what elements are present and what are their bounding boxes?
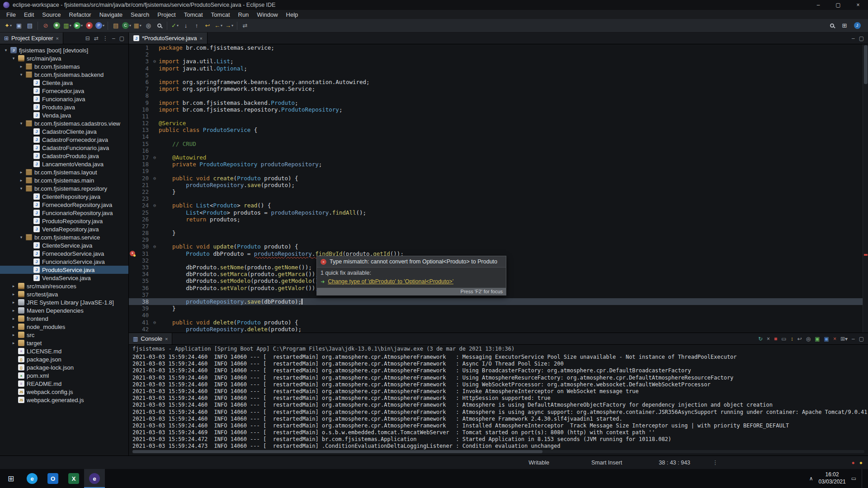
tree-item-br-com-fjsistemas-cadastros-view[interactable]: ▾br.com.fjsistemas.cadastros.view (0, 119, 128, 127)
new-wizard-button[interactable]: ✦▾ (3, 20, 14, 31)
menu-source[interactable]: Source (38, 11, 65, 19)
code-line-38[interactable]: 38 produtoRepository.save(dbProduto); (129, 298, 868, 305)
code-line-9[interactable]: 9import br.com.fjsistemas.backend.Produt… (129, 99, 868, 106)
tree-item-br-com-fjsistemas-backend[interactable]: ▾br.com.fjsistemas.backend (0, 70, 128, 79)
maximize-panel-icon[interactable]: ▢ (119, 35, 124, 42)
notification-icon[interactable]: ● (852, 460, 855, 466)
expander-icon[interactable]: ▾ (19, 72, 24, 77)
show-stdout-icon[interactable]: ▣ (815, 336, 820, 342)
tree-item-fornecedor-java[interactable]: JFornecedor.java (0, 87, 128, 95)
stop-button[interactable]: ■ (84, 20, 94, 31)
expander-icon[interactable]: ▾ (4, 48, 8, 52)
console-hscrollbar[interactable] (132, 450, 864, 453)
expander-icon[interactable]: ▾ (19, 186, 24, 191)
code-line-18[interactable]: 18 private ProdutoRepository produtoRepo… (129, 161, 868, 168)
code-line-23[interactable]: 23 (129, 195, 868, 202)
code-line-13[interactable]: 13public class ProdutoService { (129, 127, 868, 133)
tree-item-src-test-java[interactable]: ▸src/test/java (0, 290, 128, 298)
error-marker-icon[interactable]: × (130, 251, 135, 256)
code-line-22[interactable]: 22 } (129, 188, 868, 195)
minimize-editor-icon[interactable]: – (852, 35, 855, 42)
tab-project-explorer[interactable]: ⊞ Project Explorer × (0, 33, 63, 44)
taskbar-clock[interactable]: 16:02 03/03/2021 (819, 471, 846, 485)
tree-item-package-json[interactable]: {}package.json (0, 355, 128, 363)
tree-item-webpack-config-js[interactable]: JSwebpack.config.js (0, 388, 128, 396)
next-annotation-button[interactable]: ↓ (180, 20, 191, 31)
tree-item-src-main-java[interactable]: ▾src/main/java (0, 54, 128, 62)
console-hscrollbar-thumb[interactable] (132, 450, 542, 453)
new-java-project-button[interactable]: ▤ (110, 20, 121, 31)
debug-button[interactable]: ✱ (51, 20, 62, 31)
expander-icon[interactable]: ▸ (19, 178, 24, 183)
close-button[interactable]: × (848, 0, 868, 10)
tree-item-cadastrofornecedor-java[interactable]: JCadastroFornecedor.java (0, 136, 128, 144)
quick-fix-row[interactable]: ➜ Change type of 'dbProduto' to 'Optiona… (317, 277, 506, 288)
line-number[interactable]: 21 (136, 182, 151, 188)
expander-icon[interactable]: ▸ (19, 170, 24, 174)
tree-item-br-com-fjsistemas-layout[interactable]: ▸br.com.fjsistemas.layout (0, 168, 128, 176)
expander-icon[interactable]: ▸ (11, 300, 16, 305)
code-line-41[interactable]: 41⊖ public void delete(Produto produto) … (129, 319, 868, 326)
remove-launch-icon[interactable]: × (767, 336, 770, 342)
code-line-11[interactable]: 11 (129, 113, 868, 120)
show-stderr-icon[interactable]: ▣ (824, 336, 829, 342)
taskbar-app-edge[interactable]: e (22, 469, 42, 488)
scrollbar-thumb[interactable] (864, 45, 868, 84)
tree-item-produtoservice-java[interactable]: JProdutoService.java (0, 266, 128, 274)
close-editor-tab-icon[interactable]: × (199, 36, 202, 41)
close-console-icon[interactable]: × (833, 336, 836, 342)
link-with-editor-icon[interactable]: ⇄ (94, 35, 99, 42)
ruler-error-mark[interactable] (864, 254, 868, 256)
code-line-7[interactable]: 7import org.springframework.stereotype.S… (129, 85, 868, 92)
tree-item-fornecedorrepository-java[interactable]: JFornecedorRepository.java (0, 201, 128, 209)
code-line-6[interactable]: 6import org.springframework.beans.factor… (129, 79, 868, 85)
coverage-button[interactable]: ▥▾ (62, 20, 73, 31)
new-package-button[interactable]: ▦▾ (132, 20, 143, 31)
tree-item-frontend[interactable]: ▸frontend (0, 314, 128, 323)
tree-item-fornecedorservice-java[interactable]: JFornecedorService.java (0, 249, 128, 258)
line-number[interactable]: 16 (136, 147, 151, 154)
tree-item-funcionarioservice-java[interactable]: JFuncionarioService.java (0, 258, 128, 266)
search-button[interactable] (154, 20, 165, 31)
expander-icon[interactable]: ▸ (11, 284, 16, 288)
line-number[interactable]: 24 (136, 202, 151, 209)
line-number[interactable]: 25 (136, 209, 151, 216)
menu-tomcat[interactable]: Tomcat (180, 11, 207, 19)
line-number[interactable]: 42 (136, 326, 151, 333)
line-number[interactable]: 31 (136, 250, 151, 257)
expander-icon[interactable]: ▸ (11, 324, 16, 329)
line-number[interactable]: 15 (136, 141, 151, 147)
line-number[interactable]: 14 (136, 133, 151, 140)
code-line-5[interactable]: 5 (129, 72, 868, 79)
line-number[interactable]: 36 (136, 285, 151, 291)
tree-item-cliente-java[interactable]: JCliente.java (0, 79, 128, 87)
line-number[interactable]: 41 (136, 319, 151, 326)
code-line-28[interactable]: 28 } (129, 230, 868, 236)
tree-item-vendarepository-java[interactable]: JVendaRepository.java (0, 225, 128, 233)
pin-console-icon[interactable]: ◎ (806, 336, 811, 342)
line-number[interactable]: 33 (136, 264, 151, 271)
menu-project[interactable]: Project (153, 11, 179, 19)
expander-icon[interactable]: ▾ (19, 121, 24, 126)
line-number[interactable]: 39 (136, 305, 151, 312)
taskbar-app-excel[interactable]: X (63, 469, 84, 488)
tips-icon[interactable]: ● (859, 460, 863, 466)
tree-item-package-lock-json[interactable]: {}package-lock.json (0, 363, 128, 371)
expander-icon[interactable]: ▸ (11, 316, 16, 321)
code-line-21[interactable]: 21 produtoRepository.save(produto); (129, 182, 868, 188)
line-number[interactable]: 3 (136, 58, 151, 65)
quick-search-button[interactable] (826, 20, 837, 31)
code-line-10[interactable]: 10import br.com.fjsistemas.repository.Pr… (129, 106, 868, 113)
prev-annotation-button[interactable]: ↑ (191, 20, 202, 31)
expander-icon[interactable]: ▸ (11, 341, 16, 345)
line-number[interactable]: 1 (136, 44, 151, 51)
minimize-panel-icon[interactable]: – (852, 336, 855, 342)
tree-item-jre-system-library-javase-1-8[interactable]: ▸JRE System Library [JavaSE-1.8] (0, 298, 128, 306)
menu-help[interactable]: Help (282, 11, 302, 19)
line-number[interactable]: 11 (136, 113, 151, 120)
save-button[interactable]: ▣ (14, 20, 24, 31)
tree-item-venda-java[interactable]: JVenda.java (0, 111, 128, 119)
line-number[interactable]: 9 (136, 99, 151, 106)
tree-item-src-main-resources[interactable]: ▸src/main/resources (0, 282, 128, 290)
tree-item-br-com-fjsistemas-main[interactable]: ▸br.com.fjsistemas.main (0, 176, 128, 184)
